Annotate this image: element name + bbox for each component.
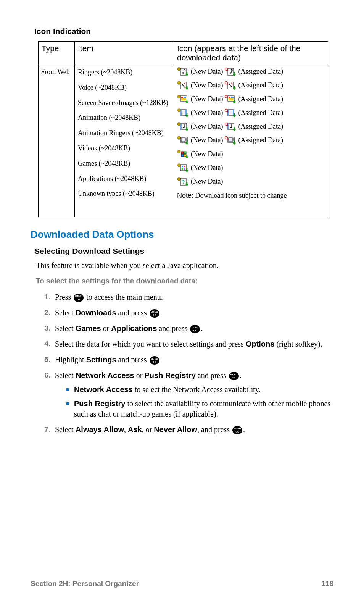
type-cell: From Web <box>39 65 75 217</box>
item-cell: Applications (~2048KB) <box>75 171 174 187</box>
assigned-data-label: (Assigned Data) <box>238 82 283 89</box>
svg-rect-59 <box>184 152 186 154</box>
footer-page: 118 <box>321 580 333 588</box>
svg-rect-33 <box>228 110 229 116</box>
data-type-icon <box>224 67 237 76</box>
new-data-label: (New Data) <box>191 150 223 158</box>
step-6-sublist: Network Access to select the Network Acc… <box>66 384 333 419</box>
data-type-icon <box>177 81 189 90</box>
svg-rect-10 <box>178 81 180 84</box>
icon-indication-table: Type Item Icon (appears at the left side… <box>38 41 328 217</box>
data-type-icon <box>224 95 237 104</box>
new-data-label: (New Data) <box>191 137 223 144</box>
svg-rect-23 <box>229 98 234 100</box>
th-type: Type <box>39 42 75 65</box>
svg-rect-35 <box>229 111 232 114</box>
icon-cell: (New Data) <box>174 147 328 161</box>
menu-ok-icon <box>232 426 242 434</box>
svg-rect-42 <box>178 123 180 126</box>
new-data-label: (New Data) <box>191 109 223 117</box>
svg-rect-21 <box>229 97 230 98</box>
menu-ok-icon <box>150 309 159 318</box>
svg-rect-39 <box>180 123 182 129</box>
svg-rect-19 <box>178 95 180 98</box>
new-data-label: (New Data) <box>191 164 223 172</box>
assigned-data-label: (Assigned Data) <box>238 123 283 131</box>
svg-rect-22 <box>231 97 234 98</box>
icon-cell: (New Data) (Assigned Data) <box>174 65 328 79</box>
sub-push-registry: Push Registry to select the availability… <box>66 399 333 419</box>
svg-rect-65 <box>182 166 183 167</box>
new-data-label: (New Data) <box>191 178 223 186</box>
svg-text:?: ? <box>182 179 185 185</box>
svg-point-40 <box>183 127 184 128</box>
step-7: Select Always Allow, Ask, or Never Allow… <box>39 425 333 435</box>
svg-rect-27 <box>180 110 182 116</box>
item-cell: Unknown types (~2048KB) <box>75 186 174 202</box>
svg-rect-28 <box>185 110 187 116</box>
step-3: Select Games or Applications and press . <box>39 323 333 334</box>
data-type-icon: ? <box>177 177 189 186</box>
svg-rect-68 <box>184 168 185 170</box>
svg-rect-17 <box>181 98 186 100</box>
icons-column: (New Data) (Assigned Data) (New Data) (A… <box>174 65 328 217</box>
svg-rect-54 <box>229 138 232 142</box>
data-type-icon <box>224 136 237 145</box>
data-type-icon <box>177 95 189 104</box>
lead-line: To select the settings for the downloade… <box>36 277 333 285</box>
menu-ok-icon <box>190 325 200 333</box>
icon-cell: (New Data) (Assigned Data) <box>174 79 328 92</box>
svg-rect-4 <box>228 68 234 75</box>
icon-cell: ? (New Data) <box>174 175 328 189</box>
intro-paragraph: This feature is available when you selec… <box>36 261 333 270</box>
svg-rect-44 <box>228 123 229 129</box>
svg-rect-61 <box>184 154 186 157</box>
svg-point-1 <box>182 72 184 74</box>
svg-rect-70 <box>178 164 180 167</box>
svg-rect-66 <box>184 166 185 167</box>
step-5: Highlight Settings and press . <box>39 355 333 365</box>
icon-cell: (New Data) (Assigned Data) <box>174 120 328 134</box>
svg-rect-34 <box>233 110 234 116</box>
icon-cell: (New Data) (Assigned Data) <box>174 134 328 147</box>
icon-cell: (New Data) (Assigned Data) <box>174 92 328 106</box>
menu-ok-icon <box>150 356 159 365</box>
svg-rect-3 <box>178 68 180 71</box>
item-cell: Games (~2048KB) <box>75 156 174 171</box>
svg-rect-63 <box>178 150 180 153</box>
th-icon: Icon (appears at the left side of the do… <box>174 42 328 65</box>
data-type-icon <box>224 108 237 118</box>
data-type-icon <box>177 122 189 131</box>
svg-rect-49 <box>181 138 185 142</box>
note-row: Note: Download icon subject to change <box>174 189 328 203</box>
new-data-label: (New Data) <box>191 82 223 89</box>
svg-rect-74 <box>178 178 180 181</box>
new-data-label: (New Data) <box>191 95 223 103</box>
step-6: Select Network Access or Push Registry a… <box>39 370 333 419</box>
svg-point-5 <box>230 72 232 74</box>
step-1: Press to access the main menu. <box>39 292 333 302</box>
heading-icon-indication: Icon Indication <box>34 27 333 36</box>
data-type-icon <box>177 67 189 76</box>
assigned-data-label: (Assigned Data) <box>238 109 283 117</box>
steps-list: Press to access the main menu. Select Do… <box>39 292 333 435</box>
svg-rect-60 <box>181 154 184 157</box>
item-cell: Animation Ringers (~2048KB) <box>75 126 174 141</box>
item-cell: Voice (~2048KB) <box>75 80 174 95</box>
item-cell: Animation (~2048KB) <box>75 110 174 126</box>
item-cell-blank <box>75 202 174 217</box>
items-column: Ringers (~2048KB)Voice (~2048KB)Screen S… <box>75 65 174 217</box>
item-cell: Screen Savers/Images (~128KB) <box>75 95 174 111</box>
svg-rect-31 <box>178 109 180 112</box>
icon-cell: (New Data) (Assigned Data) <box>174 106 328 120</box>
data-type-icon <box>224 122 237 131</box>
item-cell: Videos (~2048KB) <box>75 141 174 156</box>
svg-rect-58 <box>181 152 184 154</box>
new-data-label: (New Data) <box>191 123 223 131</box>
heading-downloaded-data-options: Downloaded Data Options <box>31 229 333 241</box>
svg-rect-52 <box>178 136 180 139</box>
step-2: Select Downloads and press . <box>39 308 333 318</box>
sub-network-access: Network Access to select the Network Acc… <box>66 384 333 395</box>
assigned-data-label: (Assigned Data) <box>238 137 283 144</box>
data-type-icon <box>177 136 189 145</box>
